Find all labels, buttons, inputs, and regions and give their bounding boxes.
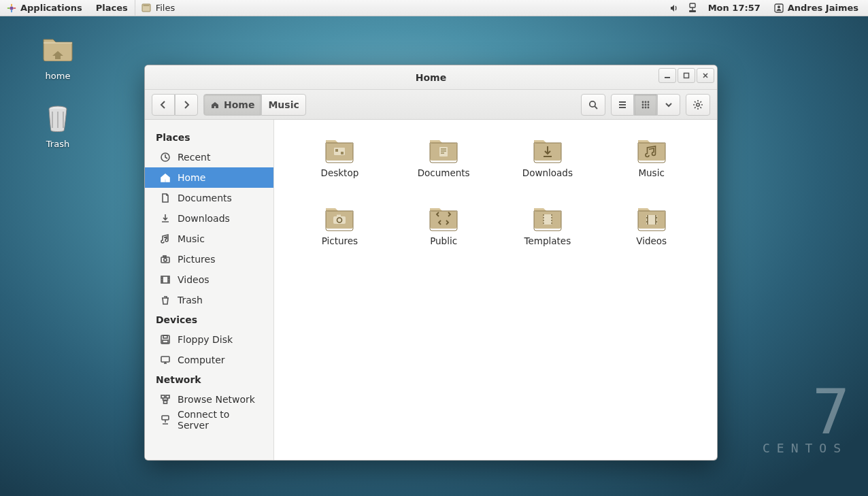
file-manager-window: Home Home Music Places <box>144 65 718 461</box>
sidebar-heading-places: Places <box>145 128 273 147</box>
view-options-button[interactable] <box>657 94 680 116</box>
svg-rect-28 <box>163 256 166 257</box>
panel-clock[interactable]: Mon 17:57 <box>705 0 763 16</box>
svg-rect-12 <box>665 77 670 78</box>
crumb-music[interactable]: Music <box>261 94 305 116</box>
floppy-icon <box>160 334 171 345</box>
volume-icon[interactable] <box>669 3 680 14</box>
view-list-button[interactable] <box>611 94 634 116</box>
svg-rect-2 <box>11 10 12 12</box>
svg-point-14 <box>590 101 595 106</box>
panel-clock-label: Mon 17:57 <box>708 3 761 13</box>
computer-icon <box>160 354 171 365</box>
folder-pictures[interactable]: Pictures <box>295 201 385 269</box>
chevron-down-icon <box>665 100 673 110</box>
os-version: 7 <box>763 388 848 437</box>
home-folder-icon <box>41 34 74 67</box>
folder-icon <box>531 136 564 163</box>
sidebar-item-home[interactable]: Home <box>145 167 273 188</box>
sidebar-item-videos[interactable]: Videos <box>145 269 273 290</box>
svg-point-18 <box>642 103 644 105</box>
menu-applications-label: Applications <box>20 3 82 13</box>
sidebar-item-label: Home <box>178 172 205 183</box>
window-minimize-button[interactable] <box>658 68 676 83</box>
folder-label: Documents <box>418 167 470 178</box>
list-icon <box>618 100 627 110</box>
folder-music[interactable]: Music <box>606 133 697 201</box>
svg-rect-6 <box>143 5 149 5</box>
folder-icon <box>531 204 564 231</box>
sidebar-item-pictures[interactable]: Pictures <box>145 249 273 269</box>
sidebar-item-recent[interactable]: Recent <box>145 147 273 167</box>
desktop-icon-home[interactable]: home <box>31 34 85 81</box>
preferences-button[interactable] <box>686 94 710 116</box>
sidebar-item-label: Videos <box>178 274 210 285</box>
folder-public[interactable]: Public <box>399 201 489 269</box>
path-breadcrumb: Home Music <box>203 94 306 116</box>
sidebar-item-documents[interactable]: Documents <box>145 188 273 208</box>
window-titlebar[interactable]: Home <box>145 65 717 90</box>
folder-grid: Desktop Documents Downloads Music Pictur… <box>274 120 717 460</box>
folder-icon <box>635 136 668 163</box>
music-icon <box>160 233 171 244</box>
svg-point-17 <box>648 101 650 103</box>
chevron-left-icon <box>159 100 167 110</box>
sidebar-heading-network: Network <box>145 370 273 389</box>
sidebar-item-downloads[interactable]: Downloads <box>145 208 273 229</box>
folder-templates[interactable]: Templates <box>503 201 593 269</box>
folder-desktop[interactable]: Desktop <box>295 133 385 201</box>
svg-rect-4 <box>14 7 16 9</box>
desktop-icon-trash[interactable]: Trash <box>31 102 85 149</box>
sidebar-item-connect-server[interactable]: Connect to Server <box>145 410 273 430</box>
grid-icon <box>641 100 650 110</box>
folder-icon <box>427 204 460 231</box>
folder-downloads[interactable]: Downloads <box>503 133 593 201</box>
nav-back-button[interactable] <box>152 94 175 116</box>
sidebar-item-browse-network[interactable]: Browse Network <box>145 389 273 410</box>
svg-rect-48 <box>430 211 457 229</box>
file-manager-icon <box>141 2 153 14</box>
sidebar-item-label: Downloads <box>178 213 230 224</box>
menu-places[interactable]: Places <box>89 0 135 16</box>
document-icon <box>160 193 171 203</box>
top-panel: Applications Places Files Mon 17:57 Andr… <box>0 0 868 16</box>
network-icon[interactable] <box>688 3 697 14</box>
svg-rect-33 <box>161 357 169 362</box>
folder-documents[interactable]: Documents <box>399 133 489 201</box>
svg-point-0 <box>10 6 13 10</box>
sidebar-item-label: Floppy Disk <box>178 334 233 345</box>
trash-icon <box>160 295 171 305</box>
view-grid-button[interactable] <box>634 94 657 116</box>
svg-rect-50 <box>544 214 552 225</box>
sidebar-item-music[interactable]: Music <box>145 229 273 249</box>
sidebar-item-computer[interactable]: Computer <box>145 350 273 370</box>
chevron-right-icon <box>182 100 190 110</box>
toolbar: Home Music <box>145 90 717 120</box>
window-close-button[interactable] <box>697 68 714 83</box>
taskbar-app-files[interactable]: Files <box>135 0 181 16</box>
window-maximize-button[interactable] <box>678 68 695 83</box>
sidebar-item-label: Trash <box>178 295 203 305</box>
svg-rect-41 <box>439 147 448 156</box>
sidebar-item-trash[interactable]: Trash <box>145 290 273 310</box>
nav-forward-button[interactable] <box>175 94 198 116</box>
sidebar-item-floppy[interactable]: Floppy Disk <box>145 329 273 350</box>
menu-places-label: Places <box>96 3 128 13</box>
clock-icon <box>160 152 171 163</box>
crumb-home[interactable]: Home <box>203 94 261 116</box>
svg-point-21 <box>642 106 644 108</box>
svg-rect-7 <box>690 3 695 7</box>
sidebar-item-label: Browse Network <box>178 394 255 405</box>
download-icon <box>160 213 171 224</box>
svg-rect-47 <box>337 215 341 217</box>
svg-rect-31 <box>163 335 167 338</box>
svg-rect-43 <box>638 143 665 161</box>
menu-applications[interactable]: Applications <box>0 0 89 16</box>
folder-videos[interactable]: Videos <box>606 201 697 269</box>
panel-user[interactable]: Andres Jaimes <box>771 0 861 16</box>
svg-point-24 <box>697 103 699 105</box>
server-icon <box>160 414 171 425</box>
svg-point-19 <box>645 103 647 105</box>
folder-label: Templates <box>524 235 571 246</box>
search-button[interactable] <box>581 94 605 116</box>
